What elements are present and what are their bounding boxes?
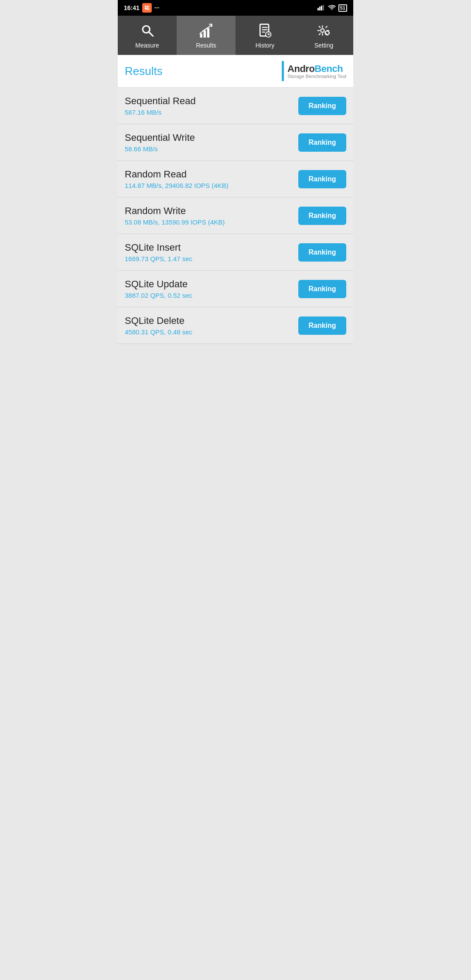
tab-setting[interactable]: Setting: [294, 16, 353, 55]
setting-icon: [315, 22, 333, 39]
svg-rect-7: [200, 34, 202, 37]
tab-history[interactable]: History: [236, 16, 294, 55]
result-name-seq-write: Sequential Write: [125, 132, 298, 143]
result-name-sqlite-delete: SQLite Delete: [125, 315, 298, 327]
brand-bar: [282, 61, 284, 81]
result-name-rand-read: Random Read: [125, 169, 298, 180]
result-row-sqlite-insert: SQLite Insert 1669.73 QPS, 1.47 sec Rank…: [118, 234, 353, 271]
results-icon: [198, 22, 215, 39]
status-dots: ···: [154, 4, 160, 11]
ranking-button-sqlite-insert[interactable]: Ranking: [298, 243, 346, 262]
ranking-button-sqlite-delete[interactable]: Ranking: [298, 316, 346, 335]
brand-subtitle: Storage Benchmarking Tool: [287, 74, 346, 79]
nav-tabs: Measure Results: [118, 16, 353, 55]
result-info-sqlite-insert: SQLite Insert 1669.73 QPS, 1.47 sec: [125, 242, 298, 262]
svg-point-17: [321, 29, 324, 32]
result-row-seq-write: Sequential Write 58.66 MB/s Ranking: [118, 124, 353, 161]
brand-bench: Bench: [314, 63, 343, 74]
result-name-sqlite-update: SQLite Update: [125, 279, 298, 290]
svg-rect-0: [317, 8, 319, 10]
result-row-rand-write: Random Write 53.08 MB/s, 13590.99 IOPS (…: [118, 197, 353, 234]
tab-measure-label: Measure: [135, 42, 159, 49]
result-info-seq-write: Sequential Write 58.66 MB/s: [125, 132, 298, 153]
brand-logo: AndroBench Storage Benchmarking Tool: [282, 61, 346, 81]
results-header: Results AndroBench Storage Benchmarking …: [118, 55, 353, 88]
result-row-sqlite-update: SQLite Update 3887.02 QPS, 0.52 sec Rank…: [118, 271, 353, 307]
result-value-sqlite-update: 3887.02 QPS, 0.52 sec: [125, 292, 298, 299]
ranking-button-sqlite-update[interactable]: Ranking: [298, 280, 346, 298]
result-value-seq-write: 58.66 MB/s: [125, 145, 298, 153]
signal-icon: [317, 4, 325, 12]
page-title: Results: [125, 65, 163, 78]
result-name-sqlite-insert: SQLite Insert: [125, 242, 298, 253]
svg-rect-2: [321, 6, 322, 10]
svg-rect-3: [323, 5, 324, 10]
wifi-icon: [328, 4, 336, 12]
result-row-seq-read: Sequential Read 587.16 MB/s Ranking: [118, 88, 353, 124]
battery-indicator: 51: [338, 4, 347, 12]
results-list: Sequential Read 587.16 MB/s Ranking Sequ…: [118, 88, 353, 344]
brand-andro: Andro: [287, 63, 314, 74]
status-time: 16:41: [124, 4, 140, 11]
result-value-rand-write: 53.08 MB/s, 13590.99 IOPS (4KB): [125, 218, 298, 226]
ranking-button-seq-write[interactable]: Ranking: [298, 133, 346, 152]
ranking-button-rand-write[interactable]: Ranking: [298, 207, 346, 225]
tab-setting-label: Setting: [314, 42, 334, 49]
result-info-seq-read: Sequential Read 587.16 MB/s: [125, 95, 298, 116]
result-info-rand-write: Random Write 53.08 MB/s, 13590.99 IOPS (…: [125, 205, 298, 226]
result-name-rand-write: Random Write: [125, 205, 298, 217]
result-value-rand-read: 114.87 MB/s, 29406.82 IOPS (4KB): [125, 182, 298, 189]
svg-rect-1: [319, 7, 321, 10]
result-info-sqlite-update: SQLite Update 3887.02 QPS, 0.52 sec: [125, 279, 298, 299]
tab-measure[interactable]: Measure: [118, 16, 177, 55]
result-name-seq-read: Sequential Read: [125, 95, 298, 107]
history-icon: [256, 22, 274, 39]
result-value-sqlite-insert: 1669.73 QPS, 1.47 sec: [125, 255, 298, 262]
tab-history-label: History: [256, 42, 275, 49]
svg-rect-8: [203, 31, 205, 37]
result-value-sqlite-delete: 4580.31 QPS, 0.48 sec: [125, 328, 298, 336]
svg-rect-9: [207, 28, 209, 38]
tab-results[interactable]: Results: [177, 16, 236, 55]
svg-line-6: [148, 32, 153, 36]
battery-level: 51: [340, 5, 345, 10]
brand-name: AndroBench: [287, 63, 346, 75]
result-row-rand-read: Random Read 114.87 MB/s, 29406.82 IOPS (…: [118, 161, 353, 197]
status-bar: 16:41 祐 ··· 51: [118, 0, 353, 16]
result-info-sqlite-delete: SQLite Delete 4580.31 QPS, 0.48 sec: [125, 315, 298, 336]
result-row-sqlite-delete: SQLite Delete 4580.31 QPS, 0.48 sec Rank…: [118, 307, 353, 344]
app-icon: 祐: [142, 3, 152, 13]
result-value-seq-read: 587.16 MB/s: [125, 109, 298, 116]
tab-results-label: Results: [196, 42, 216, 49]
svg-point-4: [331, 9, 332, 10]
ranking-button-seq-read[interactable]: Ranking: [298, 97, 346, 115]
result-info-rand-read: Random Read 114.87 MB/s, 29406.82 IOPS (…: [125, 169, 298, 189]
ranking-button-rand-read[interactable]: Ranking: [298, 170, 346, 188]
measure-icon: [139, 22, 156, 39]
